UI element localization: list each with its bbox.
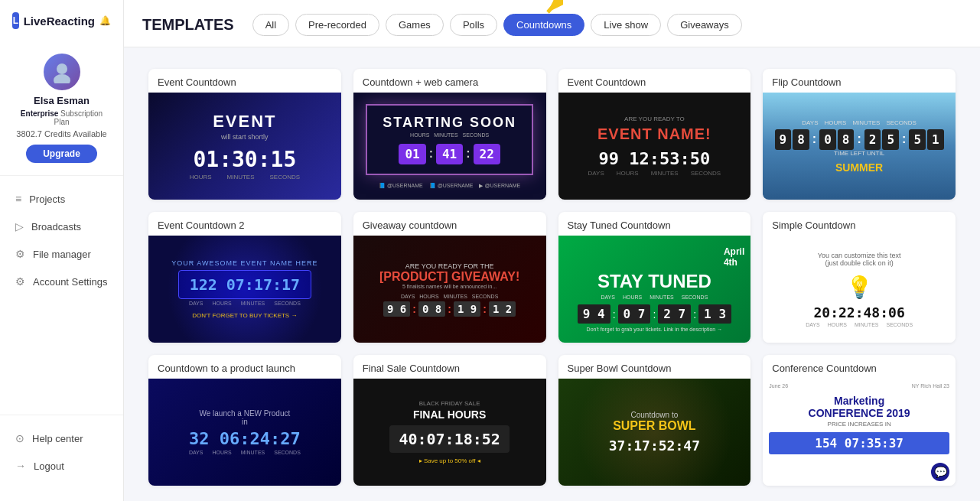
subscription-info: Enterprise Subscription Plan bbox=[12, 109, 111, 126]
filter-games[interactable]: Games bbox=[386, 14, 444, 36]
template-preview: STARTING SOON HOURS MINUTES SECONDS 01 :… bbox=[353, 93, 546, 200]
template-title: Simple Countdown bbox=[763, 212, 956, 236]
broadcasts-icon: ▷ bbox=[15, 220, 24, 233]
template-title: Event Countdown 2 bbox=[148, 212, 341, 236]
user-profile: Elsa Esman Enterprise Subscription Plan … bbox=[0, 44, 123, 176]
logout-icon: → bbox=[15, 460, 26, 472]
template-title: Conference Countdown bbox=[763, 355, 956, 379]
notification-bell-icon[interactable]: 🔔 bbox=[99, 15, 111, 26]
template-title: Super Bowl Countdown bbox=[558, 355, 751, 379]
avatar bbox=[44, 54, 80, 90]
sidebar-item-label: Help center bbox=[32, 433, 83, 444]
template-giveaway-countdown[interactable]: Giveaway countdown ARE YOU READY FOR THE… bbox=[353, 212, 546, 343]
template-event-countdown[interactable]: Event Countdown EVENT will start shortly… bbox=[148, 69, 341, 200]
template-preview: June 26 NY Rich Hall 23 MarketingCONFERE… bbox=[763, 379, 956, 486]
template-stay-tuned[interactable]: Stay Tuned Countdown April4th STAY TUNED… bbox=[558, 212, 751, 343]
template-title: Countdown + web camera bbox=[353, 69, 546, 93]
page-header: TEMPLATES All Pre-recorded Games Polls C… bbox=[124, 0, 980, 47]
filter-pre-recorded[interactable]: Pre-recorded bbox=[295, 14, 379, 36]
filter-countdowns[interactable]: Countdowns bbox=[503, 14, 584, 36]
filter-all[interactable]: All bbox=[252, 14, 289, 36]
template-title: Flip Countdown bbox=[763, 69, 956, 93]
sidebar-item-broadcasts[interactable]: ▷ Broadcasts bbox=[0, 213, 123, 240]
template-title: Stay Tuned Countdown bbox=[558, 212, 751, 236]
template-preview: Countdown to SUPER BOWL 37:17:52:47 bbox=[558, 379, 751, 486]
template-title: Final Sale Countdown bbox=[353, 355, 546, 379]
template-title: Event Countdown bbox=[148, 69, 341, 93]
credits-info: 3802.7 Credits Available bbox=[16, 129, 106, 138]
template-preview: BLACK FRIDAY SALE FINAL HOURS 40:07:18:5… bbox=[353, 379, 546, 486]
sidebar-item-logout[interactable]: → Logout bbox=[0, 452, 123, 480]
main-content: TEMPLATES All Pre-recorded Games Polls C… bbox=[124, 0, 980, 501]
filter-giveaways[interactable]: Giveaways bbox=[667, 14, 742, 36]
user-name: Elsa Esman bbox=[34, 95, 90, 106]
sidebar-item-label: File manager bbox=[33, 249, 91, 260]
template-preview: We launch a NEW Productin 32 06:24:27 DA… bbox=[148, 379, 341, 486]
template-event-countdown-2[interactable]: Event Countdown 2 YOUR AWESOME EVENT NAM… bbox=[148, 212, 341, 343]
template-preview: EVENT will start shortly 01:30:15 HOURSM… bbox=[148, 93, 341, 200]
logo-area: L LiveReacting 🔔 bbox=[0, 12, 123, 44]
logo-text: LiveReacting bbox=[24, 15, 95, 28]
template-conference[interactable]: Conference Countdown June 26 NY Rich Hal… bbox=[763, 355, 956, 486]
sidebar-item-label: Broadcasts bbox=[31, 221, 81, 233]
sidebar-item-account-settings[interactable]: ⚙ Account Settings bbox=[0, 268, 123, 295]
sidebar-item-label: Account Settings bbox=[33, 276, 108, 288]
upgrade-button[interactable]: Upgrade bbox=[26, 145, 97, 163]
template-product-launch[interactable]: Countdown to a product launch We launch … bbox=[148, 355, 341, 486]
template-flip-countdown[interactable]: Flip Countdown DAYSHOURSMINUTESSECONDS 9… bbox=[763, 69, 956, 200]
filter-live-show[interactable]: Live show bbox=[591, 14, 661, 36]
template-countdown-webcam[interactable]: Countdown + web camera STARTING SOON HOU… bbox=[353, 69, 546, 200]
template-preview: You can customize this text(just double … bbox=[763, 236, 956, 343]
template-simple-countdown[interactable]: Simple Countdown You can customize this … bbox=[763, 212, 956, 343]
sidebar: L LiveReacting 🔔 Elsa Esman Enterprise S… bbox=[0, 0, 124, 501]
sidebar-item-file-manager[interactable]: ⚙ File manager bbox=[0, 240, 123, 268]
sidebar-item-projects[interactable]: ≡ Projects bbox=[0, 185, 123, 213]
sidebar-bottom: ⊙ Help center → Logout bbox=[0, 415, 123, 489]
template-title: Countdown to a product launch bbox=[148, 355, 341, 379]
filter-pills: All Pre-recorded Games Polls Countdowns bbox=[252, 14, 742, 36]
template-event-countdown-dark[interactable]: Event Countdown ARE YOU READY TO EVENT N… bbox=[558, 69, 751, 200]
help-icon: ⊙ bbox=[15, 432, 24, 444]
template-super-bowl[interactable]: Super Bowl Countdown Countdown to SUPER … bbox=[558, 355, 751, 486]
filter-polls[interactable]: Polls bbox=[450, 14, 497, 36]
template-preview: YOUR AWESOME EVENT NAME HERE 122 07:17:1… bbox=[148, 236, 341, 343]
template-preview: ARE YOU READY TO EVENT NAME! 99 12:53:50… bbox=[558, 93, 751, 200]
template-final-sale[interactable]: Final Sale Countdown BLACK FRIDAY SALE F… bbox=[353, 355, 546, 486]
file-manager-icon: ⚙ bbox=[15, 248, 25, 260]
svg-point-0 bbox=[57, 63, 67, 74]
projects-icon: ≡ bbox=[15, 193, 21, 205]
page-title: TEMPLATES bbox=[142, 16, 234, 34]
logo-icon: L bbox=[12, 12, 19, 29]
template-title: Event Countdown bbox=[558, 69, 751, 93]
svg-point-1 bbox=[54, 74, 70, 83]
sidebar-item-help[interactable]: ⊙ Help center bbox=[0, 425, 123, 452]
sidebar-item-label: Projects bbox=[29, 194, 65, 205]
template-preview: April4th STAY TUNED DAYSHOURSMINUTESSECO… bbox=[558, 236, 751, 343]
template-preview: ARE YOU READY FOR THE [PRODUCT] GIVEAWAY… bbox=[353, 236, 546, 343]
sidebar-nav: ≡ Projects ▷ Broadcasts ⚙ File manager ⚙… bbox=[0, 176, 123, 415]
template-preview: DAYSHOURSMINUTESSECONDS 98 : 08 : 25 : 5… bbox=[763, 93, 956, 200]
sidebar-item-label: Logout bbox=[34, 460, 64, 472]
template-title: Giveaway countdown bbox=[353, 212, 546, 236]
templates-grid: Event Countdown EVENT will start shortly… bbox=[124, 47, 980, 501]
account-settings-icon: ⚙ bbox=[15, 275, 25, 288]
